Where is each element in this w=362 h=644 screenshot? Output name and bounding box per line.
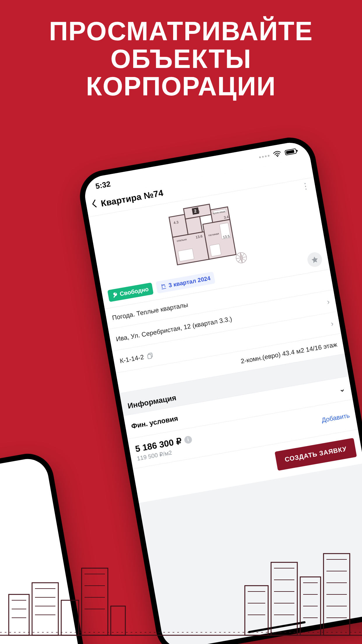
svg-rect-7 bbox=[210, 244, 221, 256]
star-icon bbox=[310, 255, 319, 264]
favorite-button[interactable] bbox=[306, 251, 323, 268]
add-link[interactable]: Добавить bbox=[321, 412, 350, 424]
create-request-button[interactable]: СОЗДАТЬ ЗАЯВКУ bbox=[275, 438, 357, 471]
chevron-down-icon: ⌄ bbox=[338, 385, 346, 394]
svg-rect-3 bbox=[185, 216, 203, 235]
promo-line-2: ОБЪЕКТЫ bbox=[0, 45, 362, 73]
svg-rect-14 bbox=[147, 354, 151, 359]
svg-rect-5 bbox=[173, 232, 209, 265]
floorplan-image[interactable]: 4.3 6.6 кухня-ниша 3.4 спальня 13.6 гост… bbox=[165, 196, 251, 275]
chevron-right-icon: › bbox=[326, 297, 330, 307]
copy-icon[interactable] bbox=[146, 352, 154, 360]
device-frame: 5:32 Квартира №74 ⋮ bbox=[76, 134, 362, 644]
room-niche-area: 3.4 bbox=[224, 215, 229, 220]
status-indicators bbox=[258, 146, 297, 162]
delivery-badge: 3 квартал 2024 bbox=[156, 272, 216, 293]
screen: 5:32 Квартира №74 ⋮ bbox=[82, 139, 362, 644]
svg-rect-18 bbox=[82, 568, 108, 635]
status-time: 5:32 bbox=[95, 179, 111, 191]
promo-line-1: ПРОСМАТРИВАЙТЕ bbox=[0, 18, 362, 45]
key-icon bbox=[112, 292, 118, 298]
wifi-icon bbox=[273, 149, 282, 159]
home-indicator bbox=[248, 621, 306, 633]
status-badge-label: Свободно bbox=[119, 286, 149, 297]
more-menu-icon[interactable]: ⋮ bbox=[301, 183, 310, 189]
signal-dots-icon bbox=[259, 155, 270, 158]
content: ⋮ bbox=[89, 177, 362, 503]
promo-title: ПРОСМАТРИВАЙТЕ ОБЪЕКТЫ КОРПОРАЦИИ bbox=[0, 18, 362, 100]
svg-point-0 bbox=[277, 155, 278, 157]
info-icon[interactable]: i bbox=[184, 435, 192, 444]
delivery-badge-label: 3 квартал 2024 bbox=[168, 275, 211, 289]
chevron-right-icon: › bbox=[330, 319, 334, 328]
battery-icon bbox=[284, 148, 297, 155]
crane-icon bbox=[160, 283, 167, 290]
unit-code: К-1-14-2 bbox=[119, 353, 145, 365]
svg-rect-19 bbox=[111, 606, 125, 635]
secondary-device-frame bbox=[0, 450, 134, 644]
fin-conditions-label: Фин. условия bbox=[131, 414, 179, 430]
back-button[interactable] bbox=[91, 199, 98, 211]
status-badge-available: Свободно bbox=[107, 282, 154, 302]
promo-line-3: КОРПОРАЦИИ bbox=[0, 73, 362, 100]
room-bath-area: 4.3 bbox=[173, 220, 179, 225]
